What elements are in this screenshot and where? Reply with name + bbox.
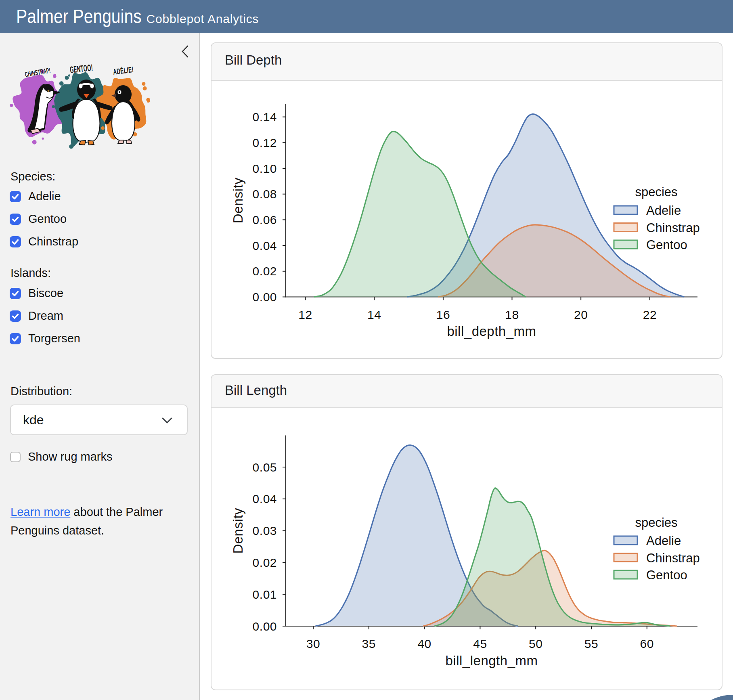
svg-text:0.00: 0.00 [253,290,277,304]
svg-text:12: 12 [298,308,312,321]
svg-text:species: species [635,516,677,530]
svg-text:0.08: 0.08 [253,187,277,201]
svg-text:0.12: 0.12 [253,136,277,149]
svg-text:0.14: 0.14 [253,110,277,124]
svg-text:Chinstrap: Chinstrap [646,551,700,565]
svg-text:Density: Density [230,508,245,554]
svg-text:Adelie: Adelie [646,203,681,218]
svg-text:0.00: 0.00 [253,620,277,633]
svg-text:Density: Density [230,178,245,224]
svg-text:Gentoo: Gentoo [646,568,687,582]
svg-text:species: species [635,185,677,199]
svg-text:0.10: 0.10 [253,162,277,175]
svg-text:20: 20 [574,308,588,321]
svg-text:18: 18 [505,308,519,321]
svg-text:Gentoo: Gentoo [646,238,687,252]
svg-text:0.02: 0.02 [253,264,277,278]
svg-text:30: 30 [306,637,320,650]
svg-text:Adelie: Adelie [646,534,681,548]
svg-text:16: 16 [436,308,450,321]
svg-text:0.06: 0.06 [253,213,277,226]
svg-text:ADĒLIE!: ADĒLIE! [113,65,134,76]
svg-text:0.01: 0.01 [253,588,277,601]
svg-text:bill_depth_mm: bill_depth_mm [447,324,536,339]
svg-text:0.03: 0.03 [253,524,277,537]
svg-text:0.04: 0.04 [253,492,277,505]
svg-text:14: 14 [367,308,381,321]
svg-text:0.05: 0.05 [253,461,277,474]
svg-text:50: 50 [529,637,542,650]
svg-text:60: 60 [640,637,654,650]
svg-text:22: 22 [643,308,657,321]
svg-text:Chinstrap: Chinstrap [646,221,700,235]
svg-text:0.04: 0.04 [253,239,277,252]
svg-text:0.02: 0.02 [253,556,277,569]
svg-text:bill_length_mm: bill_length_mm [446,653,538,668]
svg-text:GENTOO!: GENTOO! [69,62,93,75]
svg-text:45: 45 [473,637,487,650]
svg-text:55: 55 [584,637,598,650]
svg-text:40: 40 [417,637,431,650]
svg-text:35: 35 [362,637,376,650]
